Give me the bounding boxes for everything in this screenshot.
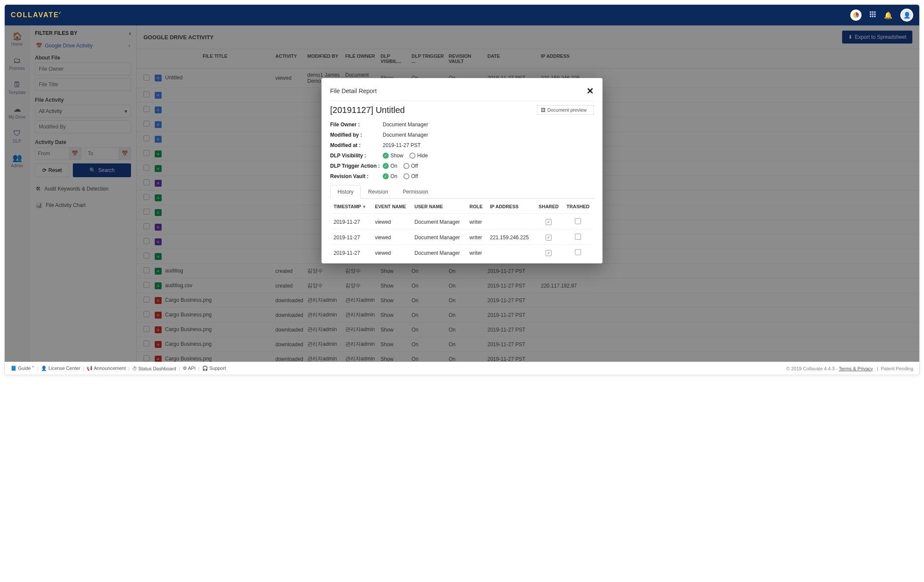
document-preview[interactable]: 🖼Document preview (537, 105, 594, 115)
hcell-user: Document Manager (412, 230, 466, 245)
history-table-scroll[interactable]: TIMESTAMP▼ EVENT NAME USER NAME ROLE IP … (330, 199, 594, 259)
hcell-event: viewed (372, 246, 411, 259)
footer-status[interactable]: ⏱ Status Dashboard (132, 366, 176, 371)
history-row[interactable]: 2019-11-27viewedDocument Managerwriter (331, 246, 593, 259)
modified-at-value: 2019-11-27 PST (383, 142, 421, 148)
hcell-event: viewed (372, 215, 411, 229)
hcol-event[interactable]: EVENT NAME (372, 200, 411, 214)
hcol-shared[interactable]: SHARED (535, 200, 562, 214)
revision-on-radio[interactable]: ✓On (383, 173, 397, 179)
dlp-visibility-label: DLP Visibility : (330, 153, 383, 159)
svg-rect-4 (870, 13, 871, 15)
footer-copyright: © 2019 Collavate 4.4.3 - Terms & Privacy… (787, 366, 914, 371)
trashed-checkbox[interactable] (575, 249, 581, 255)
svg-rect-7 (870, 16, 871, 17)
brand-logo[interactable]: COLLAVATE✓ (11, 11, 62, 19)
file-owner-label: File Owner : (330, 122, 383, 128)
hcell-role: writer (467, 246, 486, 259)
hcell-user: Document Manager (412, 215, 466, 229)
dlp-trigger-label: DLP Trigger Action : (330, 163, 383, 169)
svg-rect-8 (872, 16, 873, 17)
sort-desc-icon: ▼ (362, 204, 366, 209)
hcell-ts: 2019-11-27 (331, 230, 371, 245)
visibility-hide-radio[interactable]: Hide (409, 153, 428, 159)
modified-by-value: Document Manager (383, 132, 428, 138)
history-row[interactable]: 2019-11-27viewedDocument Managerwriter22… (331, 230, 593, 245)
hcell-ip (487, 246, 534, 259)
hcell-user: Document Manager (412, 246, 466, 259)
terms-link[interactable]: Terms & Privacy (839, 366, 873, 371)
file-detail-modal: File Detail Report ✕ [20191127] Untitled… (322, 78, 602, 263)
hcol-role[interactable]: ROLE (467, 200, 486, 214)
modal-file-title: [20191127] Untitled (330, 105, 405, 115)
hcol-timestamp[interactable]: TIMESTAMP▼ (331, 200, 371, 214)
hcell-event: viewed (372, 230, 411, 245)
shared-checkbox[interactable] (546, 250, 552, 256)
shared-checkbox[interactable] (546, 235, 552, 241)
hcol-ip[interactable]: IP ADDRESS (487, 200, 534, 214)
hcell-ts: 2019-11-27 (331, 215, 371, 229)
file-owner-value: Document Manager (383, 122, 428, 128)
footer-support[interactable]: 🎧 Support (202, 366, 226, 371)
hcol-user[interactable]: USER NAME (412, 200, 466, 214)
apps-grid-icon[interactable] (869, 11, 876, 19)
trigger-off-radio[interactable]: Off (403, 163, 418, 169)
history-table: TIMESTAMP▼ EVENT NAME USER NAME ROLE IP … (330, 199, 594, 259)
trashed-checkbox[interactable] (575, 218, 581, 224)
tab-permission[interactable]: Permission (395, 185, 435, 198)
visibility-show-radio[interactable]: ✓Show (383, 153, 403, 159)
trigger-on-radio[interactable]: ✓On (383, 163, 397, 169)
app-window: COLLAVATE✓ 🔔 👤 🏠Home 🗂Process 🗓Template … (4, 4, 920, 375)
tab-revision[interactable]: Revision (361, 185, 395, 198)
svg-rect-1 (870, 11, 871, 13)
history-row[interactable]: 2019-11-27viewedDocument Managerwriter (331, 215, 593, 229)
svg-rect-5 (872, 13, 873, 15)
footer-guide[interactable]: 📘 Guide ˄ (11, 366, 34, 371)
svg-rect-3 (874, 11, 875, 13)
image-placeholder-icon: 🖼 (541, 107, 546, 113)
shared-checkbox[interactable] (546, 219, 552, 225)
bell-icon[interactable]: 🔔 (884, 11, 893, 19)
hcell-ts: 2019-11-27 (331, 246, 371, 259)
svg-rect-2 (872, 11, 873, 13)
modal-tabs: History Revision Permission (330, 185, 594, 199)
topbar: COLLAVATE✓ 🔔 👤 (5, 5, 919, 25)
patent-label: Patent Pending (881, 366, 913, 371)
modified-at-label: Modified at : (330, 142, 383, 148)
footer-api[interactable]: ⚙ API (183, 366, 196, 371)
close-icon[interactable]: ✕ (587, 86, 594, 96)
hcol-trashed[interactable]: TRASHED (563, 200, 593, 214)
footer: 📘 Guide ˄| 👤 License Center| 📢 Announcem… (5, 362, 919, 375)
footer-license[interactable]: 👤 License Center (41, 366, 80, 371)
trashed-checkbox[interactable] (575, 234, 581, 240)
modal-header: File Detail Report (330, 88, 377, 94)
revision-off-radio[interactable]: Off (403, 173, 418, 179)
hcell-ip (487, 215, 534, 229)
footer-announcement[interactable]: 📢 Announcement (87, 366, 125, 371)
revision-vault-label: Revision Vault : (330, 173, 383, 179)
user-avatar[interactable]: 👤 (900, 9, 913, 22)
hcell-role: writer (467, 230, 486, 245)
svg-rect-9 (874, 16, 875, 17)
pie-chart-icon[interactable] (850, 9, 862, 21)
tab-history[interactable]: History (330, 185, 361, 199)
hcell-ip: 221.159.246.225 (487, 230, 534, 245)
hcell-role: writer (467, 215, 486, 229)
modified-by-label: Modified by : (330, 132, 383, 138)
svg-rect-6 (874, 13, 875, 15)
topbar-icons: 🔔 👤 (850, 9, 913, 22)
